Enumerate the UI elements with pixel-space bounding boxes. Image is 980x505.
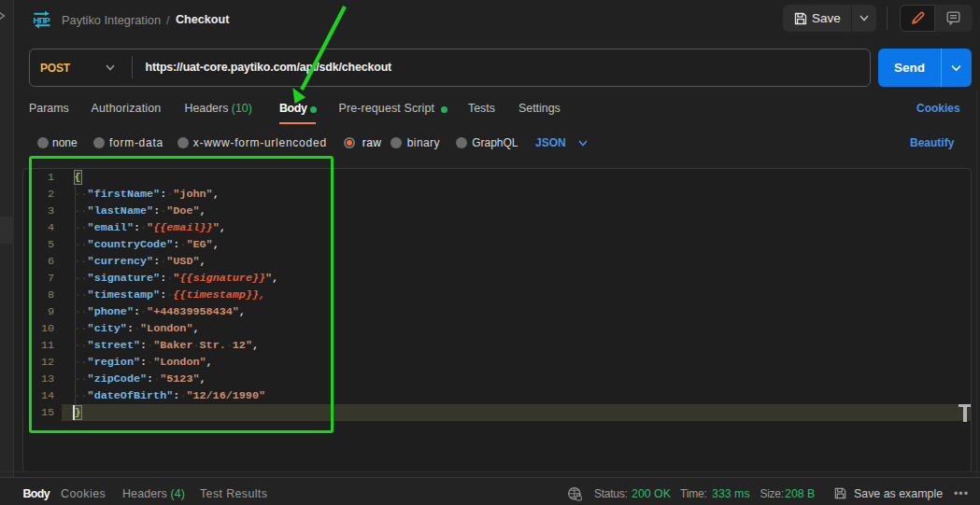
svg-text:HTTP: HTTP bbox=[34, 15, 51, 25]
